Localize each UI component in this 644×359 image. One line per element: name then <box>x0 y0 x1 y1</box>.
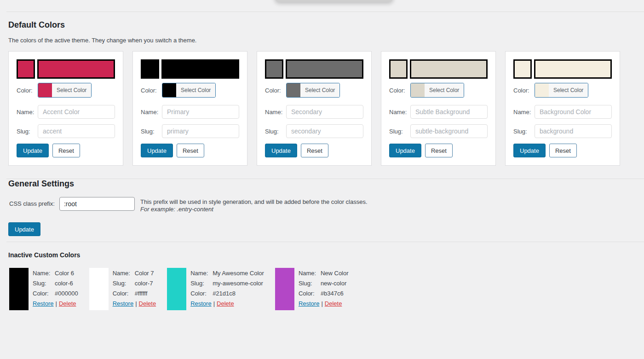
slug-label: Slug: <box>265 128 286 135</box>
color-label: Color: <box>33 289 55 299</box>
reset-button[interactable]: Reset <box>52 144 80 157</box>
select-color-label: Select Color <box>549 83 588 97</box>
section-divider <box>6 242 644 242</box>
general-settings-title: General Settings <box>8 179 636 189</box>
restore-link[interactable]: Restore <box>190 300 212 307</box>
delete-link[interactable]: Delete <box>139 300 156 307</box>
update-button[interactable]: Update <box>513 144 546 157</box>
inactive-color-entry: Name:New Color Slug:new-color Color:#b34… <box>275 268 349 310</box>
color-swatch-large <box>286 59 363 79</box>
select-color-button[interactable]: Select Color <box>286 83 340 98</box>
color-swatch-small <box>17 59 35 79</box>
color-swatch-large <box>534 59 612 79</box>
inactive-color-swatch <box>89 268 109 310</box>
color-label: Color: <box>513 87 535 94</box>
settings-page: Default Colors The colors of the active … <box>0 0 644 310</box>
select-color-button[interactable]: Select Color <box>38 83 92 98</box>
name-label: Name: <box>513 109 535 116</box>
inactive-color-hex: #21d1c8 <box>213 289 236 299</box>
color-label: Color: <box>141 87 162 94</box>
inactive-color-hex: #b347c6 <box>321 289 344 299</box>
reset-button[interactable]: Reset <box>177 144 204 157</box>
link-separator: | <box>213 300 215 307</box>
inactive-color-entry: Name:Color 6 Slug:color-6 Color:#000000 … <box>9 268 78 310</box>
slug-label: Slug: <box>33 278 55 289</box>
inactive-color-swatch <box>9 268 29 310</box>
color-card-accent: Color: Select Color Name: Slug: Update R… <box>8 51 123 166</box>
inactive-color-entry: Name:My Awesome Color Slug:my-awesome-co… <box>167 268 264 310</box>
general-settings-update-button[interactable]: Update <box>8 222 40 236</box>
slug-input[interactable] <box>162 124 239 138</box>
name-label: Name: <box>113 268 135 278</box>
select-color-label: Select Color <box>176 83 215 97</box>
update-button[interactable]: Update <box>389 144 421 157</box>
update-button[interactable]: Update <box>265 144 297 157</box>
inactive-color-hex: #ffffff <box>135 289 148 299</box>
delete-link[interactable]: Delete <box>325 300 342 307</box>
inactive-color-name: My Awesome Color <box>213 268 264 278</box>
color-swatch-large <box>161 59 239 79</box>
css-prefix-label: CSS class prefix: <box>9 197 55 211</box>
name-input[interactable] <box>162 105 239 119</box>
color-preview <box>17 59 115 79</box>
inactive-color-slug: new-color <box>321 278 346 289</box>
inactive-color-slug: color-7 <box>135 278 153 289</box>
slug-input[interactable] <box>535 124 612 138</box>
current-color-chip <box>162 83 176 97</box>
inactive-color-hex: #000000 <box>55 289 78 299</box>
color-swatch-small <box>141 59 159 79</box>
name-label: Name: <box>33 268 55 278</box>
select-color-label: Select Color <box>425 83 464 97</box>
color-label: Color: <box>299 289 321 299</box>
default-colors-description: The colors of the active theme. They cha… <box>8 37 636 44</box>
slug-label: Slug: <box>113 278 135 289</box>
name-label: Name: <box>299 268 321 278</box>
slug-input[interactable] <box>286 124 363 138</box>
update-button[interactable]: Update <box>17 144 49 157</box>
css-prefix-input[interactable] <box>59 197 135 211</box>
update-button[interactable]: Update <box>141 144 173 157</box>
restore-link[interactable]: Restore <box>299 300 320 307</box>
slug-label: Slug: <box>299 278 321 289</box>
current-color-chip <box>535 83 549 97</box>
css-prefix-description: This prefix will be used in style genera… <box>140 197 368 213</box>
color-swatch-small <box>513 59 532 79</box>
name-input[interactable] <box>286 105 363 119</box>
reset-button[interactable]: Reset <box>425 144 453 157</box>
slug-input[interactable] <box>38 124 115 138</box>
select-color-button[interactable]: Select Color <box>162 83 216 98</box>
color-preview <box>513 59 612 79</box>
name-input[interactable] <box>38 105 115 119</box>
name-label: Name: <box>389 109 410 116</box>
color-label: Color: <box>113 289 135 299</box>
link-separator: | <box>56 300 57 307</box>
select-color-label: Select Color <box>52 83 91 97</box>
restore-link[interactable]: Restore <box>113 300 134 307</box>
inactive-custom-colors-title: Inactive Custom Colors <box>8 251 636 259</box>
slug-label: Slug: <box>389 128 410 135</box>
color-label: Color: <box>389 87 410 94</box>
slug-input[interactable] <box>410 124 488 138</box>
delete-link[interactable]: Delete <box>217 300 234 307</box>
name-label: Name: <box>17 109 38 116</box>
inactive-color-slug: color-6 <box>55 278 73 289</box>
reset-button[interactable]: Reset <box>301 144 328 157</box>
color-card-background: Color: Select Color Name: Slug: Update R… <box>505 51 620 166</box>
slug-label: Slug: <box>141 128 162 135</box>
current-color-chip <box>287 83 300 97</box>
select-color-button[interactable]: Select Color <box>410 83 464 98</box>
color-card-secondary: Color: Select Color Name: Slug: Update R… <box>257 51 372 166</box>
select-color-button[interactable]: Select Color <box>535 83 588 98</box>
color-card-primary: Color: Select Color Name: Slug: Update R… <box>132 51 247 166</box>
reset-button[interactable]: Reset <box>549 144 577 157</box>
restore-link[interactable]: Restore <box>33 300 54 307</box>
css-prefix-row: CSS class prefix: This prefix will be us… <box>8 197 636 213</box>
current-color-chip <box>411 83 425 97</box>
name-input[interactable] <box>410 105 488 119</box>
name-input[interactable] <box>535 105 612 119</box>
current-color-chip <box>38 83 52 97</box>
color-label: Color: <box>17 87 38 94</box>
default-color-cards: Color: Select Color Name: Slug: Update R… <box>8 51 636 166</box>
slug-label: Slug: <box>513 128 535 135</box>
delete-link[interactable]: Delete <box>59 300 76 307</box>
